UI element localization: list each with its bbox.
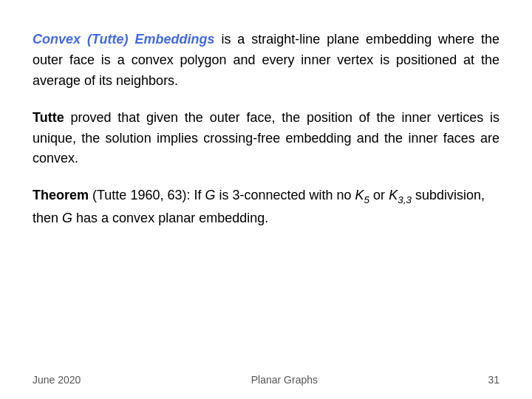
theorem-text3: or [369,188,389,202]
theorem-text5: has a convex planar embedding. [72,211,268,225]
footer-date: June 2020 [33,374,81,386]
term-tutte: Tutte [33,110,64,125]
footer-page-number: 31 [488,374,499,386]
term-convex-tutte-embeddings: Convex (Tutte) Embeddings [33,32,214,47]
paragraph2-text: proved that given the outer face, the po… [33,110,499,166]
footer: June 2020 Planar Graphs 31 [33,374,499,386]
paragraph-convex: Convex (Tutte) Embeddings is a straight-… [33,30,499,92]
content-area: Convex (Tutte) Embeddings is a straight-… [33,30,499,362]
theorem-var-g2: G [62,211,72,225]
footer-title: Planar Graphs [251,374,318,386]
theorem-var-k5: K5 [355,188,370,202]
paragraph-theorem: Theorem (Tutte 1960, 63): If G is 3-conn… [33,185,499,228]
theorem-text1: (Tutte 1960, 63): If [89,188,205,202]
theorem-var-k33: K3,3 [389,188,412,202]
slide-container: Convex (Tutte) Embeddings is a straight-… [0,0,532,399]
theorem-var-g1: G [205,188,215,202]
theorem-text2: is 3-connected with no [215,188,355,202]
theorem-label: Theorem [33,188,89,202]
paragraph-tutte: Tutte proved that given the outer face, … [33,108,499,170]
